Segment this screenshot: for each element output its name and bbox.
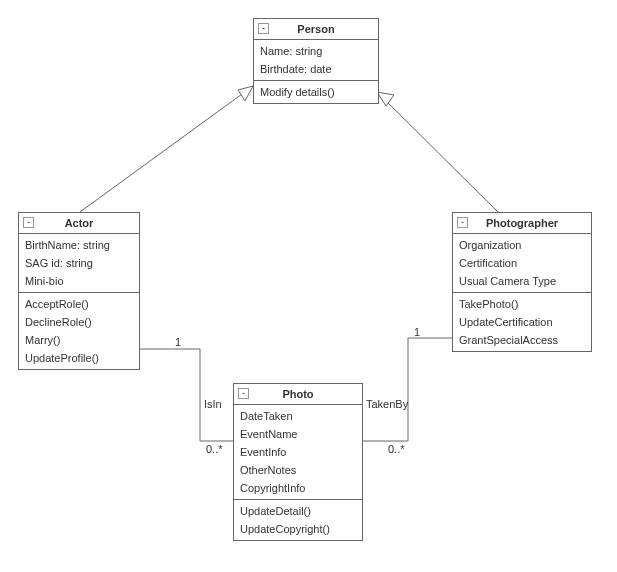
attributes-section: BirthName: string SAG id: string Mini-bi… [19,234,139,293]
operation-row: UpdateCertification [453,313,591,331]
attribute-row: CopyrightInfo [234,479,362,497]
svg-line-2 [377,92,498,212]
class-title-text: Person [297,23,334,35]
operations-section: AcceptRole() DeclineRole() Marry() Updat… [19,293,139,369]
operations-section: Modify details() [254,81,378,103]
class-title-text: Actor [65,217,94,229]
operation-row: Modify details() [254,83,378,101]
class-title-text: Photo [282,388,313,400]
operation-row: UpdateProfile() [19,349,139,367]
attribute-row: Name: string [254,42,378,60]
collapse-icon[interactable]: - [23,217,34,228]
class-photographer[interactable]: - Photographer Organization Certificatio… [452,212,592,352]
class-person[interactable]: - Person Name: string Birthdate: date Mo… [253,18,379,104]
attribute-row: OtherNotes [234,461,362,479]
assoc-label-isin: IsIn [204,398,222,410]
operation-row: GrantSpecialAccess [453,331,591,349]
operation-row: Marry() [19,331,139,349]
class-photo[interactable]: - Photo DateTaken EventName EventInfo Ot… [233,383,363,541]
multiplicity-actor: 1 [175,336,181,348]
operation-row: TakePhoto() [453,295,591,313]
collapse-icon[interactable]: - [258,23,269,34]
multiplicity-photographer: 1 [414,326,420,338]
operation-row: AcceptRole() [19,295,139,313]
attributes-section: Name: string Birthdate: date [254,40,378,81]
attribute-row: SAG id: string [19,254,139,272]
operation-row: DeclineRole() [19,313,139,331]
multiplicity-photo-takenby: 0..* [388,443,405,455]
attribute-row: BirthName: string [19,236,139,254]
attribute-row: EventInfo [234,443,362,461]
multiplicity-photo-isin: 0..* [206,443,223,455]
attribute-row: DateTaken [234,407,362,425]
svg-marker-3 [377,92,394,106]
attribute-row: Birthdate: date [254,60,378,78]
svg-marker-1 [238,86,253,101]
attribute-row: Certification [453,254,591,272]
attribute-row: Usual Camera Type [453,272,591,290]
assoc-label-takenby: TakenBy [366,398,408,410]
attributes-section: Organization Certification Usual Camera … [453,234,591,293]
class-title-text: Photographer [486,217,558,229]
attribute-row: Mini-bio [19,272,139,290]
attribute-row: Organization [453,236,591,254]
operations-section: UpdateDetail() UpdateCopyright() [234,500,362,540]
svg-line-0 [80,86,253,212]
collapse-icon[interactable]: - [457,217,468,228]
attribute-row: EventName [234,425,362,443]
class-actor[interactable]: - Actor BirthName: string SAG id: string… [18,212,140,370]
operation-row: UpdateCopyright() [234,520,362,538]
operation-row: UpdateDetail() [234,502,362,520]
attributes-section: DateTaken EventName EventInfo OtherNotes… [234,405,362,500]
operations-section: TakePhoto() UpdateCertification GrantSpe… [453,293,591,351]
collapse-icon[interactable]: - [238,388,249,399]
